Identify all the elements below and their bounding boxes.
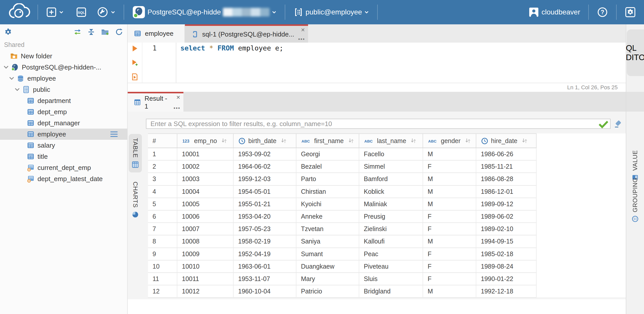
- tab-charts-view[interactable]: CHARTS: [129, 182, 142, 218]
- data-cell-first_name[interactable]: Mary: [296, 273, 359, 285]
- data-cell-last_name[interactable]: Piveteau: [359, 260, 423, 273]
- code-editor[interactable]: select * FROM employee e;: [176, 43, 626, 83]
- user-menu[interactable]: cloudbeaver: [525, 5, 583, 20]
- chevron-down-icon[interactable]: [3, 64, 10, 71]
- data-cell-last_name[interactable]: Koblick: [359, 186, 423, 198]
- data-cell-hire_date[interactable]: 1986-12-01: [476, 186, 537, 198]
- data-cell-first_name[interactable]: Georgi: [296, 148, 359, 161]
- data-cell-last_name[interactable]: Simmel: [359, 161, 423, 173]
- column-header-emp_no[interactable]: 123emp_no: [177, 134, 234, 148]
- data-cell-hire_date[interactable]: 1986-06-26: [476, 148, 537, 161]
- data-cell-emp_no[interactable]: 10011: [177, 273, 234, 285]
- data-cell-emp_no[interactable]: 10009: [177, 248, 234, 260]
- data-cell-first_name[interactable]: Bezalel: [296, 161, 359, 173]
- new-connection-button[interactable]: [43, 5, 67, 20]
- close-icon[interactable]: ✕: [301, 27, 305, 33]
- data-cell-first_name[interactable]: Tzvetan: [296, 223, 359, 235]
- tree-item-public[interactable]: public: [0, 84, 127, 95]
- data-cell-hire_date[interactable]: 1989-08-24: [476, 260, 537, 273]
- data-cell-emp_no[interactable]: 10010: [177, 260, 234, 273]
- chevron-down-icon[interactable]: [8, 75, 15, 82]
- new-folder-icon[interactable]: [101, 28, 109, 36]
- tools-button[interactable]: [94, 4, 119, 20]
- data-cell-last_name[interactable]: Sluis: [359, 273, 423, 285]
- data-cell-emp_no[interactable]: 10004: [177, 186, 234, 198]
- sidebar-settings-gear-icon[interactable]: [4, 28, 12, 36]
- sort-arrows-icon[interactable]: [410, 137, 417, 144]
- data-cell-hire_date[interactable]: 1985-02-18: [476, 248, 537, 260]
- sort-arrows-icon[interactable]: [465, 137, 471, 144]
- item-menu-hamburger-icon[interactable]: [110, 131, 118, 138]
- data-cell-last_name[interactable]: Maliniak: [359, 198, 423, 211]
- tree-item-dept_manager[interactable]: dept_manager: [0, 117, 127, 129]
- tree-item-employee[interactable]: employee: [0, 129, 127, 140]
- tree-item-department[interactable]: department: [0, 95, 127, 106]
- data-cell-first_name[interactable]: Sumant: [296, 248, 359, 260]
- execute-script-icon[interactable]: [131, 73, 139, 81]
- row-index-cell[interactable]: 8: [148, 235, 177, 248]
- settings-button[interactable]: [622, 5, 639, 20]
- data-cell-emp_no[interactable]: 10006: [177, 211, 234, 223]
- close-icon[interactable]: ✕: [176, 94, 180, 100]
- row-index-cell[interactable]: 10: [148, 260, 177, 273]
- data-cell-first_name[interactable]: Duangkaew: [296, 260, 359, 273]
- tree-item-new-folder[interactable]: New folder: [0, 50, 127, 62]
- column-header-row-index[interactable]: #: [148, 134, 177, 148]
- apply-filter-check-icon[interactable]: [597, 119, 610, 128]
- sort-arrows-icon[interactable]: [521, 137, 528, 144]
- row-index-cell[interactable]: 9: [148, 248, 177, 260]
- row-index-cell[interactable]: 7: [148, 223, 177, 235]
- data-cell-gender[interactable]: F: [423, 211, 476, 223]
- data-cell-gender[interactable]: M: [423, 198, 476, 211]
- tab-employee[interactable]: employee: [128, 24, 185, 43]
- data-cell-first_name[interactable]: Parto: [296, 173, 359, 185]
- data-cell-emp_no[interactable]: 10012: [177, 285, 234, 298]
- data-cell-first_name[interactable]: Patricio: [296, 285, 359, 298]
- data-cell-hire_date[interactable]: 1989-06-02: [476, 211, 537, 223]
- tab-value[interactable]: VALUE: [626, 150, 644, 181]
- data-cell-birth_date[interactable]: 1959-12-03: [234, 173, 296, 185]
- tree-item-current_dept_emp[interactable]: current_dept_emp: [0, 162, 127, 173]
- data-cell-first_name[interactable]: Saniya: [296, 235, 359, 248]
- data-cell-gender[interactable]: M: [423, 186, 476, 198]
- data-cell-hire_date[interactable]: 1986-08-28: [476, 173, 537, 185]
- data-cell-first_name[interactable]: Anneke: [296, 211, 359, 223]
- collapse-all-icon[interactable]: [87, 28, 95, 36]
- tab-menu-icon[interactable]: •••: [174, 105, 180, 111]
- data-cell-gender[interactable]: M: [423, 148, 476, 161]
- tree-item-postgresql-ep-hidden-[interactable]: PostgreSQL@ep-hidden-...: [0, 62, 127, 73]
- data-cell-gender[interactable]: F: [423, 260, 476, 273]
- tab-sql-editor[interactable]: SQL EDITOR: [627, 29, 644, 76]
- data-cell-gender[interactable]: F: [423, 248, 476, 260]
- data-cell-birth_date[interactable]: 1953-11-07: [234, 273, 296, 285]
- tree-item-salary[interactable]: salary: [0, 140, 127, 151]
- column-header-hire_date[interactable]: hire_date: [476, 134, 537, 148]
- connection-selector[interactable]: PostgreSQL@ep-hidde: [129, 4, 280, 21]
- data-cell-emp_no[interactable]: 10005: [177, 198, 234, 211]
- data-cell-last_name[interactable]: Kalloufi: [359, 235, 423, 248]
- data-cell-emp_no[interactable]: 10003: [177, 173, 234, 185]
- data-cell-gender[interactable]: M: [423, 285, 476, 298]
- data-cell-last_name[interactable]: Bridgland: [359, 285, 423, 298]
- data-cell-gender[interactable]: F: [423, 273, 476, 285]
- execute-query-icon[interactable]: [131, 45, 139, 52]
- data-cell-first_name[interactable]: Kyoichi: [296, 198, 359, 211]
- sql-editor-button[interactable]: SQL: [73, 5, 90, 20]
- tab-sql-1[interactable]: sql-1 (PostgreSQL@ep-hidde... ✕ •••: [185, 24, 308, 43]
- data-cell-emp_no[interactable]: 10001: [177, 148, 234, 161]
- data-cell-birth_date[interactable]: 1955-01-21: [234, 198, 296, 211]
- data-cell-birth_date[interactable]: 1957-05-23: [234, 223, 296, 235]
- row-index-cell[interactable]: 12: [148, 285, 177, 298]
- schema-selector[interactable]: public@employee: [290, 5, 372, 19]
- refresh-tree-icon[interactable]: [115, 28, 123, 36]
- data-cell-last_name[interactable]: Preusig: [359, 211, 423, 223]
- sort-arrows-icon[interactable]: [280, 137, 287, 144]
- data-cell-hire_date[interactable]: 1989-02-10: [476, 223, 537, 235]
- data-cell-hire_date[interactable]: 1992-12-18: [476, 285, 537, 298]
- row-index-cell[interactable]: 11: [148, 273, 177, 285]
- data-cell-first_name[interactable]: Chirstian: [296, 186, 359, 198]
- data-cell-birth_date[interactable]: 1953-04-20: [234, 211, 296, 223]
- tree-item-dept_emp_latest_date[interactable]: dept_emp_latest_date: [0, 173, 127, 184]
- data-cell-gender[interactable]: F: [423, 161, 476, 173]
- filter-input[interactable]: [146, 120, 597, 128]
